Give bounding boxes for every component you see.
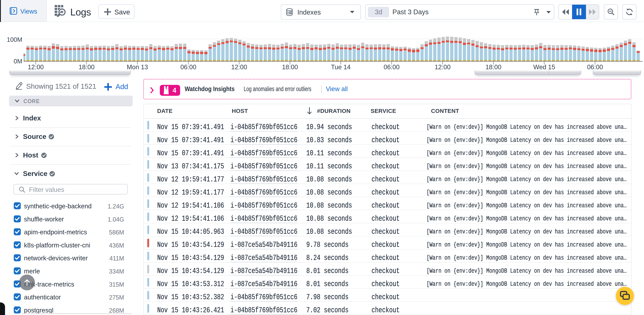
svg-text:12:00: 12:00 (28, 64, 44, 70)
svg-text:18:00: 18:00 (78, 64, 94, 70)
svg-text:18:00: 18:00 (485, 64, 501, 70)
svg-text:Mon 13: Mon 13 (127, 64, 148, 70)
svg-text:12:00: 12:00 (231, 64, 247, 70)
svg-text:06:00: 06:00 (384, 64, 400, 70)
svg-text:06:00: 06:00 (587, 64, 603, 70)
svg-text:06:00: 06:00 (180, 64, 196, 70)
svg-text:12:00: 12:00 (434, 64, 450, 70)
svg-text:Wed 15: Wed 15 (533, 64, 555, 70)
svg-text:18:00: 18:00 (282, 64, 298, 70)
svg-text:Tue 14: Tue 14 (331, 64, 351, 70)
